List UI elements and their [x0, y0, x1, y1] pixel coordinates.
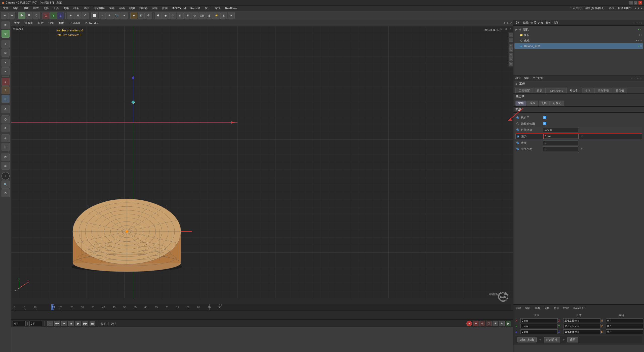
status-view[interactable]: 查看 — [535, 306, 540, 310]
object-row[interactable]: 📁 备份 ● ○ — [514, 32, 643, 38]
menu-extend[interactable]: 扩展 — [160, 6, 170, 11]
menu-render[interactable]: 渲染 — [150, 6, 160, 11]
s-btn2[interactable]: S — [2, 86, 10, 94]
auto-key-button[interactable]: ⊕ — [473, 321, 478, 326]
dynamics-tab-visual[interactable]: 可视化 — [550, 101, 564, 106]
pos-y-input[interactable] — [520, 324, 558, 328]
move-z-button[interactable]: Z — [57, 12, 64, 19]
gravity-radio[interactable] — [517, 135, 519, 138]
om-object[interactable]: 对象 — [538, 21, 544, 25]
tool11-button[interactable]: ★ — [228, 12, 235, 19]
camera-button[interactable]: 📷 — [113, 12, 120, 19]
menu-redshift[interactable]: Redshift — [188, 6, 203, 10]
tool4-button[interactable]: ⊡ — [177, 12, 184, 19]
sub-redshift[interactable]: Redshift — [68, 21, 82, 25]
rotate-button[interactable]: ↺ — [82, 12, 89, 19]
timescale-radio[interactable] — [516, 128, 519, 131]
object-row[interactable]: ⬡ 兔难 ● ⊞ ⊡ — [514, 38, 643, 43]
size-x-input[interactable] — [563, 318, 600, 323]
viewport-ctrl3[interactable]: ⊞ — [509, 53, 513, 57]
dynamics-tab-cache[interactable]: 缓存 — [527, 101, 538, 106]
status-create[interactable]: 创建 — [515, 306, 521, 310]
status-material[interactable]: 材质 — [554, 306, 559, 310]
render-button[interactable]: ▶ — [130, 12, 137, 19]
menu-help[interactable]: 帮助 — [213, 6, 223, 11]
airdensity-input[interactable] — [543, 146, 578, 151]
deform-tool[interactable]: ⬡ — [2, 115, 10, 123]
move-tool[interactable]: ✛ — [2, 30, 10, 38]
sub-prorender[interactable]: ProRender — [83, 21, 100, 25]
particle-button[interactable]: ✦ — [120, 12, 128, 19]
maximize-button[interactable]: □ — [634, 1, 637, 5]
select-tool[interactable]: ⊞ — [2, 21, 10, 29]
go-to-end-button[interactable]: ⏭ — [90, 321, 95, 326]
tool7-button[interactable]: QR — [198, 12, 206, 19]
stopframe-radio[interactable] — [516, 122, 519, 125]
props-back-button[interactable]: ← — [630, 77, 633, 80]
viewport-ctrl5[interactable]: ◎ — [509, 62, 513, 66]
apply-button[interactable]: 应用 — [567, 337, 578, 342]
menu-window[interactable]: 窗口 — [203, 6, 213, 11]
menu-simulate[interactable]: 模拟 — [127, 6, 137, 11]
model-mode-button[interactable]: ⬟ — [18, 12, 25, 19]
go-to-start-button[interactable]: ⏮ — [47, 321, 53, 326]
menu-file[interactable]: 文件 — [1, 6, 11, 11]
tool3-button[interactable]: ⊛ — [169, 12, 176, 19]
tool9-button[interactable]: ⚡ — [213, 12, 220, 19]
undo-button[interactable]: ↩ — [1, 12, 8, 19]
om-file[interactable]: 文件 — [515, 21, 521, 25]
extra-play-btn[interactable]: ▶ — [506, 321, 511, 326]
paint-tool[interactable]: ⊘ — [2, 134, 10, 142]
om-edit[interactable]: 编辑 — [523, 21, 529, 25]
s-btn3[interactable]: S — [2, 95, 10, 103]
om-tag[interactable]: 标签 — [546, 21, 551, 25]
menu-insydium[interactable]: INSYDIUM — [170, 6, 188, 10]
move-y-button[interactable]: Y — [50, 12, 57, 19]
current-frame-input[interactable] — [13, 321, 26, 326]
brush-tool[interactable]: ⊕ — [2, 124, 10, 132]
sphere-button[interactable]: ○ — [99, 12, 106, 19]
menu-select[interactable]: 选择 — [41, 6, 51, 11]
status-edit[interactable]: 编辑 — [525, 306, 531, 310]
enabled-checkbox[interactable] — [543, 116, 546, 119]
render-region-button[interactable]: ⊡ — [138, 12, 145, 19]
sub-view[interactable]: 查看 — [12, 21, 22, 25]
coord-mode-button[interactable]: 对象 (相对) — [517, 337, 537, 342]
cube-button[interactable]: ⬜ — [91, 12, 98, 19]
menu-animate[interactable]: 动画 — [117, 6, 127, 11]
coord-unit-button[interactable]: 绝对尺寸 — [544, 337, 560, 342]
extra-tool2[interactable]: ⊞ — [2, 162, 10, 170]
tool8-button[interactable]: B — [206, 12, 213, 19]
zoom-out-button[interactable]: − — [509, 38, 513, 42]
dynamics-tab-advanced[interactable]: 高级 — [539, 101, 550, 106]
object-row[interactable]: ▶ ⚙ 随机 ● ✓ — [514, 27, 643, 32]
viewport-settings-button[interactable]: ⊞ — [504, 27, 508, 31]
tab-xparticles[interactable]: X-Particles — [546, 89, 566, 93]
texture-mode-button[interactable]: ☰ — [25, 12, 32, 19]
scale-tool[interactable]: ⊡ — [2, 49, 10, 57]
airdensity-radio[interactable] — [516, 148, 519, 150]
size-y-input[interactable] — [563, 324, 600, 328]
menu-volume[interactable]: 体积 — [82, 6, 91, 11]
menu-character[interactable]: 角色 — [107, 6, 117, 11]
transform-button[interactable]: ⊕ — [67, 12, 74, 19]
density-radio[interactable] — [516, 142, 519, 144]
tool1-button[interactable]: ⬢ — [155, 12, 162, 19]
viewport-ctrl2[interactable]: ⬡ — [509, 48, 513, 52]
close-button[interactable]: × — [638, 1, 642, 5]
menu-track[interactable]: 跟踪器 — [137, 6, 150, 11]
light-button[interactable]: ☀ — [106, 12, 113, 19]
title-bar-controls[interactable]: − □ × — [629, 1, 642, 5]
menu-mode[interactable]: 模式 — [31, 6, 41, 11]
enabled-radio[interactable] — [516, 116, 519, 119]
status-select[interactable]: 选择 — [544, 306, 550, 310]
status-texture[interactable]: 纹理 — [563, 306, 569, 310]
timeline-ruler[interactable]: 13 0 5 10 15 20 25 30 35 40 45 50 55 60 … — [11, 304, 513, 310]
timeline-content[interactable] — [11, 310, 513, 319]
step-back-button[interactable]: ◀◀ — [54, 321, 60, 326]
props-mode[interactable]: 模式 — [515, 76, 521, 80]
status-cycles[interactable]: Cycles 4D — [573, 306, 585, 310]
stop-button[interactable]: ■ — [68, 321, 74, 326]
play-button[interactable]: ▶ — [75, 321, 81, 326]
sub-panel[interactable]: 面板 — [57, 21, 67, 25]
